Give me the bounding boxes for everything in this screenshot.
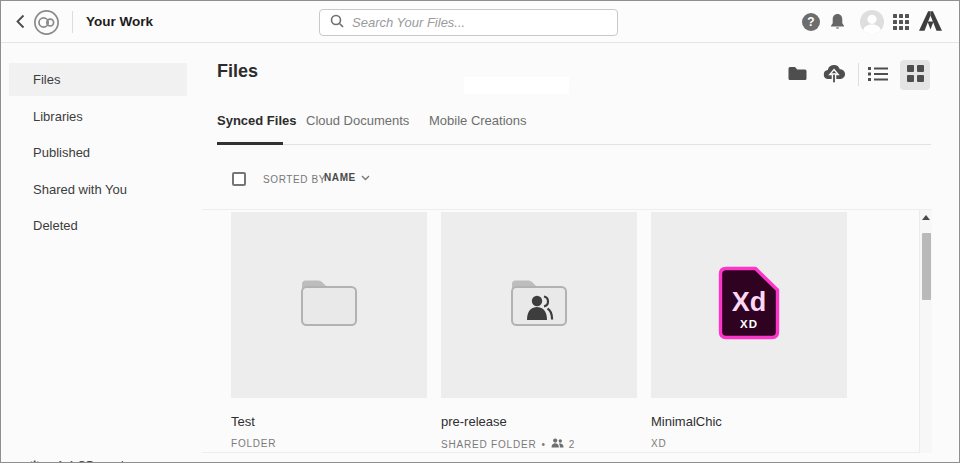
header-divider <box>72 11 73 33</box>
folder-icon <box>787 70 808 85</box>
person-icon <box>860 10 884 34</box>
help-icon[interactable]: ? <box>802 13 820 31</box>
shared-folder-icon <box>506 275 572 335</box>
file-type-label: FOLDER <box>231 438 276 449</box>
files-grid-viewport: Test FOLDER <box>202 209 932 453</box>
file-type-label: XD <box>651 438 667 449</box>
new-folder-button[interactable] <box>787 65 808 85</box>
apps-grid-icon[interactable] <box>893 14 909 34</box>
meta-bullet: • <box>541 439 545 450</box>
search-icon <box>330 14 352 32</box>
list-view-button[interactable] <box>868 66 888 85</box>
active-tab-indicator <box>217 142 283 145</box>
back-button[interactable] <box>13 14 27 30</box>
scroll-up-arrow[interactable] <box>922 215 930 220</box>
tab-mobile-creations[interactable]: Mobile Creations <box>429 106 527 136</box>
file-name: pre-release <box>441 414 637 429</box>
content-area: Files <box>202 44 958 461</box>
list-view-icon <box>868 70 888 85</box>
sidebar-item-files[interactable]: Files <box>9 63 187 96</box>
chevron-left-icon <box>16 17 25 32</box>
tab-cloud-documents[interactable]: Cloud Documents <box>306 106 409 136</box>
file-type-label: SHARED FOLDER <box>441 439 536 450</box>
tab-synced-files[interactable]: Synced Files <box>217 106 296 136</box>
account-avatar[interactable] <box>860 10 884 34</box>
search-box[interactable] <box>319 9 618 36</box>
adobe-logo-icon <box>919 11 942 35</box>
view-divider <box>858 63 859 86</box>
sidebar-footer: ⚙ 1.4 GB used <box>1 454 201 463</box>
settings-gear-icon[interactable]: ⚙ <box>27 456 42 463</box>
select-all-checkbox[interactable] <box>232 172 246 186</box>
top-bar: Your Work ? <box>1 1 959 43</box>
folder-icon <box>296 275 362 335</box>
file-name: Test <box>231 414 427 429</box>
page-title: Files <box>217 61 258 82</box>
file-name: MinimalChic <box>651 414 847 429</box>
sort-field-dropdown[interactable]: NAME <box>324 172 370 183</box>
sidebar-item-shared-with-you[interactable]: Shared with You <box>9 173 187 206</box>
creative-cloud-logo-icon[interactable] <box>33 9 60 36</box>
sorted-by-label: SORTED BY <box>263 174 326 185</box>
people-icon <box>551 438 564 450</box>
sidebar-item-libraries[interactable]: Libraries <box>9 100 187 133</box>
sidebar-item-deleted[interactable]: Deleted <box>9 209 187 242</box>
tab-rule <box>217 144 931 145</box>
xd-sub-text: XD <box>740 318 758 330</box>
cloud-upload-icon <box>822 72 846 87</box>
sidebar: Files Libraries Published Shared with Yo… <box>1 44 201 462</box>
redacted-region <box>464 77 569 94</box>
xd-logo-text: Xd <box>732 287 767 317</box>
file-thumbnail: Xd XD <box>651 212 847 398</box>
search-input[interactable] <box>352 15 609 30</box>
vertical-scrollbar[interactable] <box>919 209 932 453</box>
grid-view-icon <box>907 65 924 85</box>
file-card-test[interactable]: Test FOLDER <box>231 212 427 449</box>
file-thumbnail <box>441 212 637 398</box>
storage-used-label: 1.4 GB used <box>57 459 124 463</box>
file-card-pre-release[interactable]: pre-release SHARED FOLDER • 2 <box>441 212 637 450</box>
grid-view-button[interactable] <box>900 60 930 90</box>
xd-file-icon: Xd XD <box>718 266 780 344</box>
upload-button[interactable] <box>822 64 846 87</box>
shared-count: 2 <box>569 439 575 450</box>
creative-cloud-window: Your Work ? <box>0 0 960 463</box>
scrollbar-thumb[interactable] <box>922 233 931 300</box>
notifications-bell-icon[interactable] <box>829 13 846 35</box>
sidebar-item-published[interactable]: Published <box>9 136 187 169</box>
app-title: Your Work <box>86 1 153 43</box>
sort-field-value: NAME <box>324 172 356 183</box>
file-card-minimalchic[interactable]: Xd XD MinimalChic XD <box>651 212 847 449</box>
file-thumbnail <box>231 212 427 398</box>
chevron-down-icon <box>361 172 370 183</box>
